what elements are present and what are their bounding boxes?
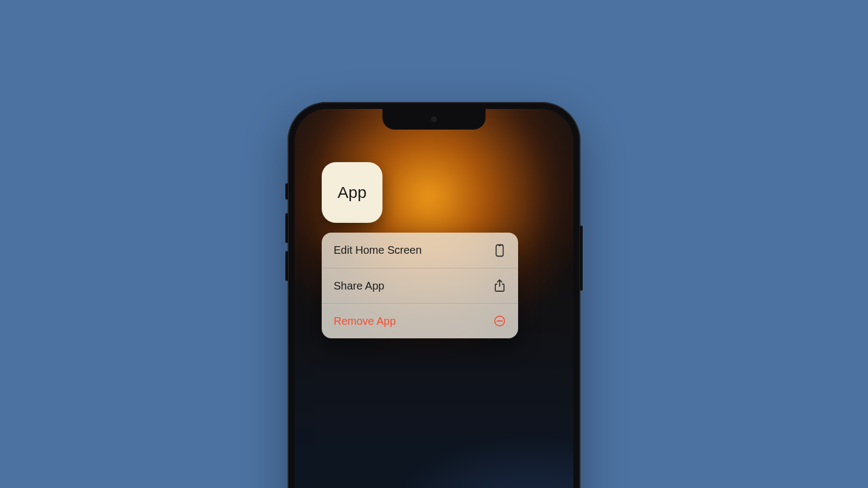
phone-screen: App Edit Home Screen Share App — [295, 109, 573, 488]
phone-device-frame: App Edit Home Screen Share App — [288, 102, 580, 488]
volume-down-button — [285, 251, 288, 281]
home-screen-content: App Edit Home Screen Share App — [295, 109, 573, 488]
menu-item-label: Share App — [334, 280, 384, 292]
phone-rect-icon — [493, 244, 506, 257]
app-icon[interactable]: App — [322, 162, 382, 223]
menu-item-share-app[interactable]: Share App — [322, 268, 518, 303]
menu-item-label: Edit Home Screen — [334, 244, 422, 256]
svg-rect-0 — [496, 245, 503, 256]
menu-item-remove-app[interactable]: Remove App — [322, 303, 518, 338]
menu-item-label: Remove App — [334, 315, 396, 328]
volume-up-button — [285, 213, 288, 243]
silent-switch — [285, 183, 288, 200]
app-icon-label: App — [337, 183, 366, 202]
power-button — [580, 226, 583, 291]
svg-rect-1 — [499, 245, 501, 246]
notch — [382, 109, 486, 130]
menu-item-edit-home-screen[interactable]: Edit Home Screen — [322, 233, 518, 268]
minus-circle-icon — [493, 314, 506, 328]
share-icon — [493, 279, 506, 292]
context-menu: Edit Home Screen Share App — [322, 233, 518, 338]
